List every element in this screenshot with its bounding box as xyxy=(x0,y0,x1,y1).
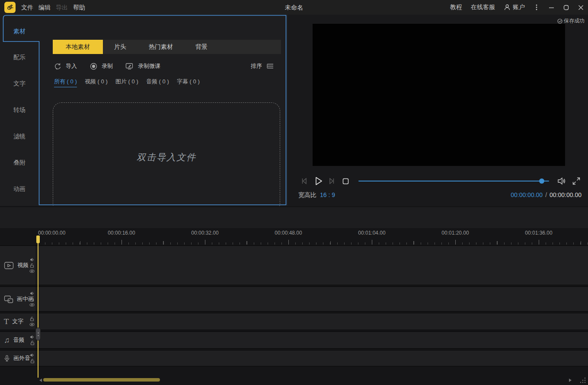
sidebar-item-overlays[interactable]: 叠附 xyxy=(0,158,39,167)
materials-panel: 素材 配乐 文字 转场 滤镜 叠附 动画 本地素材 片头 热门素材 背景 导入 … xyxy=(0,15,288,206)
voiceover-track-icon xyxy=(4,355,10,362)
user-icon xyxy=(504,4,511,11)
ruler-label: 00:00:48.00 xyxy=(275,230,302,236)
track-lock-icon[interactable] xyxy=(30,317,34,321)
check-circle-icon xyxy=(557,19,562,24)
track-row-audio[interactable]: ♫ 音频 xyxy=(0,331,588,349)
sort-label: 排序 xyxy=(251,62,262,70)
import-button[interactable]: 导入 xyxy=(54,61,77,71)
titlebar: 文件 编辑 导出 帮助 未命名 教程 在线客服 账户 xyxy=(0,0,588,15)
track-lock-icon[interactable] xyxy=(30,340,35,345)
sort-button[interactable]: 排序 xyxy=(251,61,274,71)
edit-toolbar: ↶ ↷ T xyxy=(0,207,588,228)
volume-icon[interactable] xyxy=(557,176,566,186)
video-preview[interactable] xyxy=(313,24,565,166)
account-button[interactable]: 账户 xyxy=(504,3,525,11)
filter-audio[interactable]: 音频 ( 0 ) xyxy=(146,78,169,86)
minimize-icon[interactable] xyxy=(548,4,554,10)
step-back-button[interactable] xyxy=(300,177,309,185)
menu-help[interactable]: 帮助 xyxy=(73,4,85,12)
track-label: 画外音 xyxy=(13,354,30,362)
tutorial-link[interactable]: 教程 xyxy=(450,3,462,11)
scroll-right-arrow[interactable] xyxy=(569,379,572,382)
playhead-marker[interactable] xyxy=(36,235,40,243)
tab-popular[interactable]: 热门素材 xyxy=(137,40,184,54)
tab-backgrounds[interactable]: 背景 xyxy=(184,40,219,54)
sidebar-item-filters[interactable]: 滤镜 xyxy=(0,132,39,140)
filter-videos[interactable]: 视频 ( 0 ) xyxy=(85,78,108,86)
time-separator: / xyxy=(545,191,547,198)
record-lesson-button[interactable]: 录制微课 xyxy=(125,61,160,71)
record-button[interactable]: 录制 xyxy=(90,61,113,71)
audio-track-icon: ♫ xyxy=(4,336,10,344)
track-lock-icon[interactable] xyxy=(30,297,34,302)
filter-subtitles[interactable]: 字幕 ( 0 ) xyxy=(177,78,200,86)
filter-images[interactable]: 图片 ( 0 ) xyxy=(115,78,138,86)
video-track-icon xyxy=(4,261,14,270)
maximize-icon[interactable] xyxy=(563,4,569,10)
app-window: 文件 编辑 导出 帮助 未命名 教程 在线客服 账户 xyxy=(0,0,588,385)
record-icon xyxy=(90,63,97,70)
document-title: 未命名 xyxy=(285,4,303,12)
record-lesson-label: 录制微课 xyxy=(138,62,160,70)
ruler-label: 00:00:00.00 xyxy=(38,230,65,236)
track-row-pip[interactable]: 画中画 xyxy=(0,286,588,312)
fullscreen-icon[interactable] xyxy=(572,177,581,185)
import-dropzone[interactable]: 双击导入文件 xyxy=(53,102,280,212)
track-volume-icon[interactable] xyxy=(30,335,35,339)
menu-edit[interactable]: 编辑 xyxy=(38,4,51,12)
track-volume-icon[interactable] xyxy=(30,353,35,357)
sidebar-item-music[interactable]: 配乐 xyxy=(0,53,39,61)
ruler-ticks[interactable] xyxy=(38,240,588,245)
timeline: 00:00:00.00 00:00:16.00 00:00:32.00 00:0… xyxy=(0,228,588,385)
track-row-video[interactable]: 视频 xyxy=(0,245,588,285)
ruler-label: 00:01:36.00 xyxy=(525,230,552,236)
tab-local-materials[interactable]: 本地素材 xyxy=(53,40,103,54)
track-header-voiceover: 画外音 xyxy=(0,350,36,366)
save-status-label: 保存成功 xyxy=(564,17,585,25)
playhead-line[interactable] xyxy=(38,236,38,378)
track-header-text: T 文字 xyxy=(0,313,36,330)
track-volume-icon[interactable] xyxy=(30,291,35,296)
ruler-label: 00:00:16.00 xyxy=(108,230,135,236)
track-visibility-icon[interactable] xyxy=(29,323,35,327)
aspect-ratio-value[interactable]: 16 : 9 xyxy=(320,191,335,198)
menu-file[interactable]: 文件 xyxy=(21,4,33,12)
import-label: 导入 xyxy=(66,62,77,70)
ruler-label: 00:01:04.00 xyxy=(358,230,385,236)
stop-button[interactable] xyxy=(342,178,349,185)
material-tabs: 本地素材 片头 热门素材 背景 xyxy=(53,40,281,54)
record-screen-icon xyxy=(125,63,134,70)
playhead-grip[interactable] xyxy=(35,328,41,340)
sidebar-item-text[interactable]: 文字 xyxy=(0,79,39,88)
track-header-pip: 画中画 xyxy=(0,287,36,311)
track-visibility-icon[interactable] xyxy=(29,303,35,307)
close-icon[interactable] xyxy=(578,4,584,10)
timeline-scrollbar-thumb[interactable] xyxy=(43,378,160,382)
track-row-voiceover[interactable]: 画外音 xyxy=(0,350,588,366)
track-lock-icon[interactable] xyxy=(30,263,34,268)
track-lock-icon[interactable] xyxy=(30,359,35,363)
sidebar-item-materials[interactable]: 素材 xyxy=(0,27,39,35)
track-visibility-icon[interactable] xyxy=(29,269,35,273)
play-button[interactable] xyxy=(313,175,324,187)
support-link[interactable]: 在线客服 xyxy=(471,3,495,11)
resize-grip-icon[interactable] xyxy=(579,377,586,384)
account-label: 账户 xyxy=(513,3,525,11)
filter-all[interactable]: 所有 ( 0 ) xyxy=(54,78,77,87)
seek-bar[interactable] xyxy=(358,181,549,181)
scroll-left-arrow[interactable] xyxy=(39,379,42,382)
step-forward-button[interactable] xyxy=(327,177,336,185)
track-header-audio: ♫ 音频 xyxy=(0,332,36,348)
kebab-menu-icon[interactable] xyxy=(534,4,540,10)
seek-knob[interactable] xyxy=(539,178,544,184)
aspect-ratio-label: 宽高比 xyxy=(298,191,316,198)
tab-intros[interactable]: 片头 xyxy=(103,40,137,54)
menu-export: 导出 xyxy=(56,4,68,12)
track-volume-icon[interactable] xyxy=(30,258,35,262)
sidebar-item-transitions[interactable]: 转场 xyxy=(0,105,39,114)
sidebar-item-animation[interactable]: 动画 xyxy=(0,185,39,193)
app-logo-bee-icon[interactable] xyxy=(4,2,16,13)
track-row-text[interactable]: T 文字 xyxy=(0,313,588,330)
import-icon xyxy=(54,63,61,70)
